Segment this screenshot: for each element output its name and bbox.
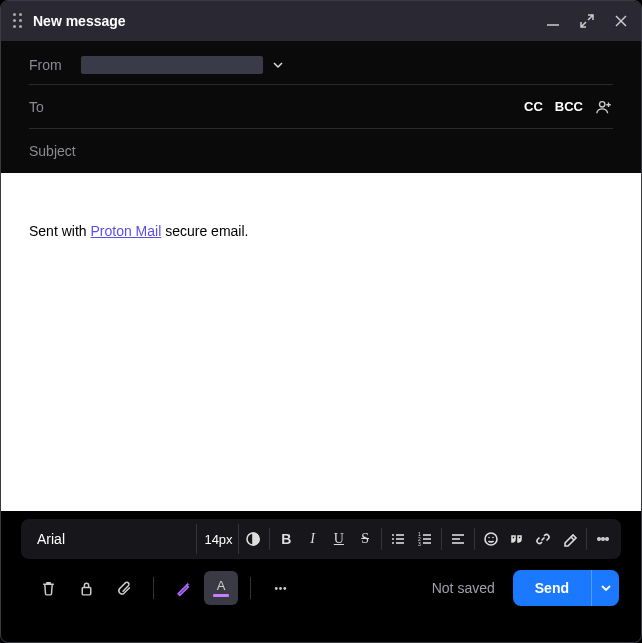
from-label: From <box>29 57 73 73</box>
underline-button[interactable]: U <box>327 525 351 553</box>
subject-input[interactable] <box>29 131 613 171</box>
drag-handle-icon[interactable] <box>13 13 23 29</box>
format-toolbar: Arial 14px B I U S 123 <box>21 519 621 559</box>
strikethrough-button[interactable]: S <box>353 525 377 553</box>
titlebar: New message <box>1 1 641 41</box>
svg-point-28 <box>279 587 282 590</box>
link-button[interactable] <box>531 525 555 553</box>
subject-row <box>29 129 613 173</box>
more-actions-button[interactable] <box>263 571 297 605</box>
expand-button[interactable] <box>579 13 595 29</box>
header-fields: From To CC BCC <box>1 41 641 173</box>
add-contact-icon[interactable] <box>595 98 613 116</box>
align-button[interactable] <box>446 525 470 553</box>
text-color-glyph: A <box>217 580 226 592</box>
svg-point-22 <box>492 537 494 539</box>
signature-prefix: Sent with <box>29 223 90 239</box>
font-size-label: 14px <box>204 532 232 547</box>
font-family-label: Arial <box>37 531 65 547</box>
from-dropdown-icon[interactable] <box>273 56 283 74</box>
svg-point-3 <box>600 101 605 106</box>
close-button[interactable] <box>613 13 629 29</box>
from-row: From <box>29 41 613 85</box>
bcc-button[interactable]: BCC <box>555 99 583 114</box>
to-row[interactable]: To CC BCC <box>29 85 613 129</box>
divider <box>153 577 154 599</box>
proton-mail-link[interactable]: Proton Mail <box>90 223 161 239</box>
text-color-bar <box>213 594 229 597</box>
font-size-select[interactable]: 14px <box>199 524 239 554</box>
send-button[interactable]: Send <box>513 570 591 606</box>
footer-bar: A Not saved Send <box>1 559 641 617</box>
svg-point-29 <box>283 587 286 590</box>
divider <box>250 577 251 599</box>
unordered-list-button[interactable] <box>386 525 410 553</box>
cc-button[interactable]: CC <box>524 99 543 114</box>
svg-point-9 <box>392 542 394 544</box>
send-options-button[interactable] <box>591 570 619 606</box>
ordered-list-button[interactable]: 123 <box>412 525 436 553</box>
expiration-button[interactable] <box>69 571 103 605</box>
window-title: New message <box>33 13 535 29</box>
font-family-select[interactable]: Arial <box>27 524 197 554</box>
save-status: Not saved <box>432 580 495 596</box>
bold-button[interactable]: B <box>274 525 298 553</box>
svg-rect-26 <box>82 587 91 594</box>
signature-suffix: secure email. <box>161 223 248 239</box>
svg-text:3: 3 <box>418 541 421 547</box>
from-value[interactable] <box>81 56 263 74</box>
emoji-button[interactable] <box>479 525 503 553</box>
italic-button[interactable]: I <box>300 525 324 553</box>
minimize-button[interactable] <box>545 13 561 29</box>
svg-point-21 <box>488 537 490 539</box>
to-label: To <box>29 99 73 115</box>
svg-point-27 <box>274 587 277 590</box>
svg-point-7 <box>392 538 394 540</box>
svg-point-25 <box>606 538 608 540</box>
more-format-button[interactable] <box>591 525 615 553</box>
svg-point-5 <box>392 534 394 536</box>
message-body[interactable]: Sent with Proton Mail secure email. <box>1 173 641 511</box>
attachment-button[interactable] <box>107 571 141 605</box>
clear-format-button[interactable] <box>558 525 582 553</box>
svg-point-23 <box>598 538 600 540</box>
delete-button[interactable] <box>31 571 65 605</box>
text-color-button[interactable]: A <box>204 571 238 605</box>
send-group: Send <box>513 570 619 606</box>
svg-point-20 <box>485 533 497 545</box>
svg-point-24 <box>602 538 604 540</box>
ai-assist-button[interactable] <box>166 571 200 605</box>
quote-button[interactable] <box>505 525 529 553</box>
contrast-icon[interactable] <box>241 525 265 553</box>
